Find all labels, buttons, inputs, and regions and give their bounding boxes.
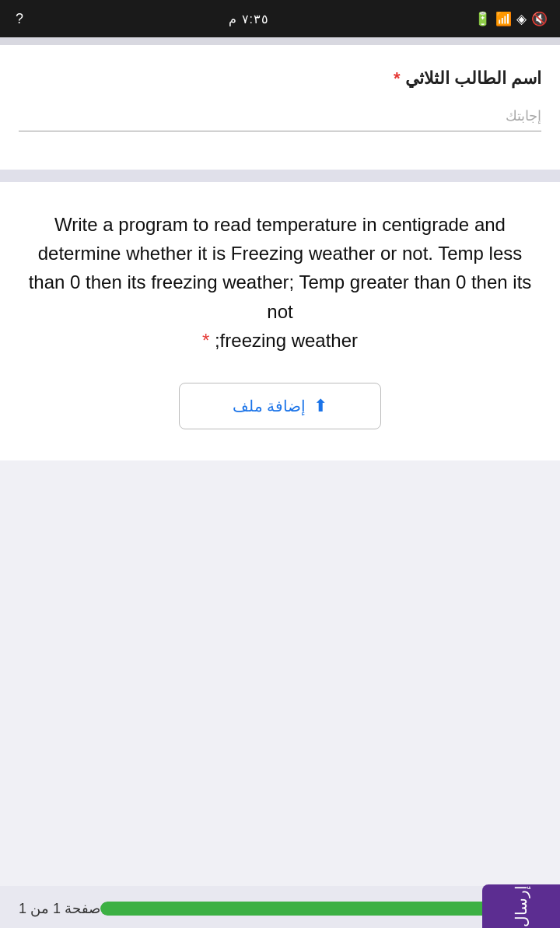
- question-text-end: ;freezing weather: [215, 330, 358, 351]
- question-section: Write a program to read temperature in c…: [0, 182, 560, 460]
- question-text-content: Write a program to read temperature in c…: [29, 214, 532, 322]
- progress-bar-fill: [100, 902, 526, 916]
- upload-button-label: إضافة ملف: [233, 397, 306, 415]
- location-icon: ◈: [516, 11, 527, 27]
- question-text: Write a program to read temperature in c…: [23, 210, 537, 355]
- answer-input-wrapper[interactable]: إجابتك: [19, 107, 541, 131]
- battery-icon: 🔋: [474, 11, 491, 27]
- name-section: اسم الطالب الثلاثي * إجابتك: [0, 45, 560, 170]
- name-label: اسم الطالب الثلاثي *: [19, 68, 541, 89]
- answer-placeholder[interactable]: إجابتك: [19, 107, 541, 124]
- status-icons: 🔇 ◈ 📶 🔋: [474, 11, 548, 27]
- mute-icon: 🔇: [531, 11, 548, 27]
- upload-btn-container: ⬆ إضافة ملف: [23, 383, 537, 429]
- page-info: صفحة 1 من 1: [19, 900, 100, 917]
- question-required-star: *: [202, 330, 209, 351]
- section-divider: [0, 170, 560, 182]
- status-time: ٧:٣٥ م: [229, 12, 269, 26]
- name-label-text: اسم الطالب الثلاثي: [405, 68, 541, 88]
- status-bar: 🔇 ◈ 📶 🔋 ٧:٣٥ م ?: [0, 0, 560, 37]
- progress-container: [100, 902, 526, 916]
- upload-file-button[interactable]: ⬆ إضافة ملف: [179, 383, 381, 429]
- upload-icon: ⬆: [313, 396, 327, 416]
- wifi-icon: ?: [16, 11, 23, 27]
- submit-label: إرسال: [512, 885, 530, 927]
- signal-bars-icon: 📶: [495, 11, 512, 27]
- bottom-bar: صفحة 1 من 1: [0, 886, 560, 928]
- top-divider: [0, 37, 560, 45]
- submit-button[interactable]: إرسال: [482, 884, 560, 928]
- name-required-star: *: [394, 68, 401, 88]
- progress-bar-background: [100, 902, 526, 916]
